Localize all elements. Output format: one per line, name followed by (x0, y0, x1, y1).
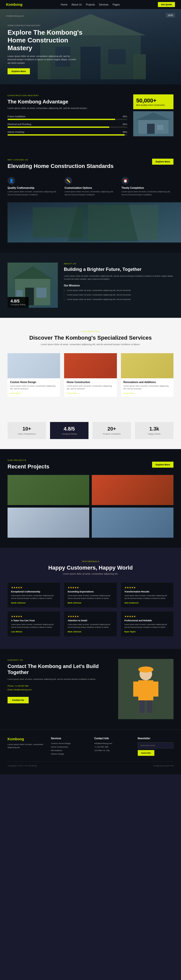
testimonials-description: Lorem ipsum dolor sit amet, consectetur … (8, 573, 173, 575)
footer-service-3[interactable]: Renovations (51, 749, 87, 752)
contact-title: Contact The Kombong and Let's Build Toge… (8, 663, 111, 675)
testimonial-4: ★★★★★ A Team You Can Trust Lorem ipsum d… (8, 611, 60, 636)
service-renovation-link[interactable]: Learn More → (123, 392, 171, 395)
newsletter-email-input[interactable] (138, 742, 174, 749)
rating-badge: 4.8/5 Company Rating (8, 297, 29, 308)
testimonial-title-6: Professional and Reliable (125, 619, 170, 622)
advantage-section: CONSTRUCTION MASTERY The Kombong Advanta… (0, 84, 181, 149)
svg-rect-11 (157, 125, 163, 130)
stat-experience-number: 10+ (11, 426, 42, 432)
footer-newsletter-col: Newsletter Subscribe (138, 737, 174, 756)
service-construction: Home Construction Lorem ipsum dolor sit … (64, 353, 117, 397)
features-grid: 👤 Quality Craftsmanship Lorem ipsum dolo… (8, 177, 173, 196)
testimonial-text-2: Lorem ipsum dolor sit amet, consectetur … (67, 594, 113, 600)
stat-projects-number: 20+ (96, 426, 127, 432)
nav-cta-button[interactable]: Get Quote (158, 2, 175, 7)
contact-badge: CONTACT US (8, 659, 111, 661)
elevating-title: Elevating Home Construction Standards (8, 163, 114, 169)
testimonial-author-6: Ryan Taylor (125, 631, 170, 633)
svg-rect-24 (138, 680, 153, 700)
testimonial-title-2: Exceeding Expectations (67, 590, 113, 593)
footer-service-2[interactable]: Home Construction (51, 746, 87, 748)
footer-service-4[interactable]: Interior Design (51, 753, 87, 755)
newsletter-subscribe-button[interactable]: Subscribe (138, 750, 155, 756)
testimonial-5: ★★★★★ Attention to Detail Lorem ipsum do… (64, 611, 117, 636)
building-image: 4.8/5 Company Rating (8, 262, 58, 308)
arrow-icon: → (135, 392, 137, 395)
projects-badge: OUR PROJECTS (8, 459, 49, 461)
advantage-house-image (133, 111, 173, 136)
mission-2: Lorem ipsum dolor sit amet, consectetur … (64, 293, 173, 296)
nav-pages[interactable]: Pages (113, 3, 120, 6)
stat-projects-label: Projects Completed (96, 433, 127, 435)
missions-title: Our Missions (64, 284, 173, 287)
projects-cta-button[interactable]: Explore More (152, 461, 173, 468)
footer-contact-3: 123 Main St, City (94, 749, 130, 752)
testimonial-title-1: Exceptional Craftsmanship (11, 590, 56, 593)
hero-description: Lorem ipsum dolor sit amet, consectetur … (8, 55, 78, 65)
project-2[interactable] (92, 475, 173, 505)
stat-experience-label: Years of Experience (11, 433, 42, 435)
testimonial-text-3: Lorem ipsum dolor sit amet, consectetur … (125, 594, 170, 600)
feature-craftsmanship-title: Quality Craftsmanship (8, 186, 59, 189)
project-3[interactable] (8, 508, 89, 538)
advantage-stat-number: 50,000+ (136, 97, 170, 104)
video-bg-svg (8, 202, 181, 242)
advantage-badge: CONSTRUCTION MASTERY (8, 94, 127, 97)
testimonial-1: ★★★★★ Exceptional Craftsmanship Lorem ip… (8, 582, 60, 608)
arrow-icon: → (21, 392, 23, 395)
building-badge: ABOUT US (64, 262, 173, 265)
hero-title: Explore The Kombong's Home Construction … (8, 29, 83, 52)
service-renovation: Renovations and Additions Lorem ipsum do… (121, 353, 173, 397)
svg-rect-27 (139, 700, 144, 713)
navbar: Kombong Home About Us Projects Services … (0, 0, 181, 9)
service-custom: Custom Home Design Lorem ipsum dolor sit… (8, 353, 60, 397)
svg-rect-10 (147, 124, 155, 134)
contact-worker-svg (118, 659, 173, 719)
footer-contact-2: +1 234 567 890 (94, 746, 130, 748)
progress-frame-value: 90% (123, 115, 127, 118)
contact-cta-button[interactable]: Contact Us (8, 697, 29, 703)
service-construction-link[interactable]: Learn More → (67, 392, 114, 395)
testimonial-text-6: Lorem ipsum dolor sit amet, consectetur … (125, 623, 170, 628)
building-title: Building a Brighter Future, Together (64, 267, 173, 272)
services-title: Discover The Kombong's Specialized Servi… (8, 335, 173, 341)
stars-4: ★★★★★ (11, 615, 56, 618)
projects-grid (8, 475, 173, 538)
service-renovation-image (121, 353, 173, 378)
contact-phone: Phone: +1 234 567 890 (8, 685, 111, 687)
rating-label: Company Rating (11, 304, 26, 306)
elevating-cta-button[interactable]: Explore More (152, 159, 173, 165)
progress-frame-bg (8, 119, 127, 120)
nav-projects[interactable]: Projects (86, 3, 95, 6)
feature-customization-title: Customization Options (65, 186, 117, 189)
services-description: Lorem ipsum dolor sit amet, consectetur … (40, 343, 141, 346)
nav-home[interactable]: Home (61, 3, 67, 6)
service-custom-link[interactable]: Learn More → (10, 392, 58, 395)
footer-contact-title: Contact Info (94, 737, 130, 740)
hero-section: info@kombong.com 2025 HOME CONSTRUCTION … (0, 9, 181, 84)
nav-about[interactable]: About Us (71, 3, 82, 6)
advantage-stat-label: Best Quality Home Construction (136, 104, 170, 106)
testimonials-badge: TESTIMONIALS (8, 560, 173, 563)
stars-5: ★★★★★ (67, 615, 113, 618)
service-renovation-desc: Lorem ipsum dolor sit amet, consectetur … (123, 385, 171, 390)
footer-service-1[interactable]: Custom Home Design (51, 742, 87, 745)
hero-cta-button[interactable]: Explore More (8, 68, 30, 74)
testimonial-author-5: Mark Johnson (67, 631, 113, 633)
video-block[interactable]: ▶ (8, 202, 173, 242)
testimonials-grid: ★★★★★ Exceptional Craftsmanship Lorem ip… (8, 582, 173, 636)
svg-rect-26 (152, 681, 159, 697)
building-left: 4.8/5 Company Rating (8, 262, 58, 308)
testimonial-2: ★★★★★ Exceeding Expectations Lorem ipsum… (64, 582, 117, 608)
feature-timely-title: Timely Completion (122, 186, 173, 189)
arrow-icon: → (78, 392, 80, 395)
nav-services[interactable]: Services (99, 3, 109, 6)
hero-content: HOME CONSTRUCTION MASTERY Explore The Ko… (8, 24, 173, 74)
testimonial-author-3: Alex Anderson (125, 602, 170, 604)
project-4[interactable] (92, 508, 173, 538)
contact-email-label: Email: (8, 689, 13, 691)
service-custom-image (8, 353, 60, 378)
project-1[interactable] (8, 475, 89, 505)
rating-number: 4.8/5 (11, 299, 26, 304)
